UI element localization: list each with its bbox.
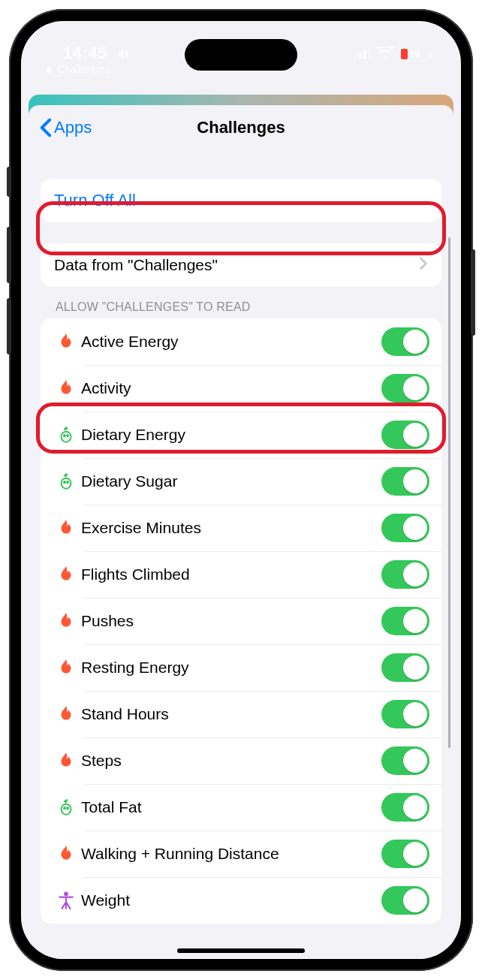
permission-row: Resting Energy (41, 644, 441, 691)
flame-icon (51, 378, 81, 398)
flame-icon (51, 565, 81, 584)
permission-row: Pushes (41, 598, 441, 644)
permission-toggle[interactable] (381, 793, 429, 822)
permission-row: Stand Hours (41, 691, 441, 737)
body-icon (51, 891, 81, 910)
apple-icon (51, 425, 81, 445)
permission-row: Steps (41, 737, 441, 784)
device-frame: 14:45 Challenges 16 (9, 9, 473, 971)
permission-label: Dietary Energy (81, 426, 381, 444)
permission-row: Exercise Minutes (41, 505, 441, 551)
permission-toggle[interactable] (381, 653, 429, 682)
scrollbar-indicator (448, 237, 450, 748)
page-title: Challenges (197, 118, 285, 137)
flame-icon (51, 751, 81, 770)
permission-toggle[interactable] (381, 514, 429, 542)
home-indicator[interactable] (177, 948, 305, 953)
wifi-icon (377, 47, 393, 62)
permission-row: Weight (41, 877, 441, 924)
permission-label: Walking + Running Distance (81, 845, 381, 863)
battery-indicator: 16 (399, 47, 429, 62)
section-header: Allow "Challenges" to read (41, 287, 441, 318)
flame-icon (51, 704, 81, 724)
svg-rect-3 (368, 47, 371, 59)
permission-row: Dietary Sugar (41, 458, 441, 505)
svg-rect-0 (354, 55, 357, 59)
permission-label: Pushes (81, 612, 381, 630)
data-from-app-button[interactable]: Data from "Challenges" (41, 243, 441, 287)
permission-toggle[interactable] (381, 560, 429, 589)
permission-row: Activity (41, 365, 441, 412)
svg-rect-1 (359, 53, 362, 59)
permission-label: Dietary Sugar (81, 472, 381, 490)
flame-icon (51, 658, 81, 677)
chevron-right-icon (419, 256, 428, 274)
permission-toggle[interactable] (381, 700, 429, 728)
flame-icon (51, 518, 81, 538)
permission-label: Stand Hours (81, 705, 381, 723)
permission-row: Flights Climbed (41, 551, 441, 598)
permission-label: Resting Energy (81, 659, 381, 677)
svg-rect-2 (363, 50, 366, 59)
permission-label: Total Fat (81, 798, 381, 816)
flame-icon (51, 611, 81, 631)
content-scroll[interactable]: Turn Off All Data from "Challenges" Allo… (29, 150, 453, 959)
permission-row: Total Fat (41, 784, 441, 831)
dynamic-island (185, 39, 297, 71)
permission-label: Active Energy (81, 333, 381, 351)
breadcrumb-back[interactable]: Challenges (45, 63, 110, 75)
permission-row: Active Energy (41, 318, 441, 365)
turn-off-all-button[interactable]: Turn Off All (41, 179, 441, 222)
flame-icon (51, 332, 81, 351)
back-button[interactable]: Apps (39, 118, 92, 137)
nav-bar: Apps Challenges (29, 105, 453, 150)
permission-label: Flights Climbed (81, 565, 381, 583)
permission-toggle[interactable] (381, 886, 429, 915)
permission-toggle[interactable] (381, 327, 429, 356)
permission-row: Walking + Running Distance (41, 831, 441, 877)
mute-switch (7, 167, 11, 197)
silent-mode-icon (116, 46, 130, 65)
permission-toggle[interactable] (381, 840, 429, 868)
apple-icon (51, 798, 81, 817)
permission-label: Steps (81, 752, 381, 770)
permission-toggle[interactable] (381, 421, 429, 449)
volume-down (7, 298, 11, 354)
permission-label: Exercise Minutes (81, 519, 381, 537)
permission-toggle[interactable] (381, 607, 429, 635)
volume-up (7, 227, 11, 283)
apple-icon (51, 472, 81, 491)
permission-toggle[interactable] (381, 746, 429, 775)
permission-label: Weight (81, 891, 381, 909)
permissions-list: Active EnergyActivityDietary EnergyDieta… (41, 318, 441, 924)
settings-sheet: Apps Challenges Turn Off All Data (29, 105, 453, 959)
permission-toggle[interactable] (381, 467, 429, 496)
status-time: 14:45 (63, 44, 130, 65)
permission-row: Dietary Energy (41, 412, 441, 458)
power-button (471, 249, 475, 336)
permission-label: Activity (81, 379, 381, 397)
status-bar: 14:45 Challenges 16 (21, 21, 461, 93)
permission-toggle[interactable] (381, 374, 429, 403)
flame-icon (51, 844, 81, 864)
cellular-icon (354, 47, 371, 62)
screen: 14:45 Challenges 16 (21, 21, 461, 959)
